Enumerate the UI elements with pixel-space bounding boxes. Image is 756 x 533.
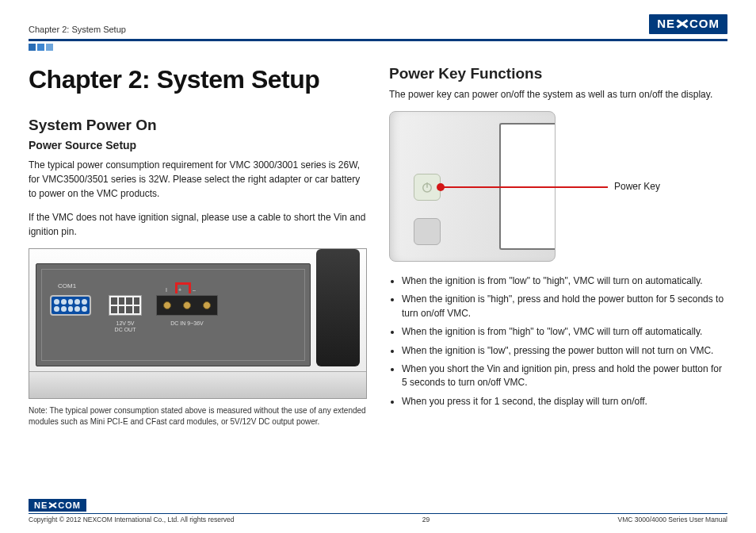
mount-bracket xyxy=(316,249,360,366)
dc-in-pin-labels: I + – xyxy=(166,287,200,293)
header-squares-icon xyxy=(29,44,727,51)
page-header: Chapter 2: System Setup NE COM xyxy=(29,14,727,37)
list-item: When the ignition is from "high" to "low… xyxy=(402,325,727,339)
list-item: When the ignition is "low", pressing the… xyxy=(402,344,727,358)
footer-copyright: Copyright © 2012 NEXCOM International Co… xyxy=(29,516,235,523)
dc-out-label: 12V 5V DC OUT xyxy=(109,320,142,334)
logo-text-post: COM xyxy=(58,500,81,510)
com1-label: COM1 xyxy=(58,282,76,290)
logo-text-pre: NE xyxy=(657,17,675,30)
list-item: When the ignition is "high", press and h… xyxy=(402,293,727,320)
para-ignition-short: If the VMC does not have ignition signal… xyxy=(29,210,367,239)
para-power-consumption: The typical power consumption requiremen… xyxy=(29,158,367,201)
list-item: When you press it for 1 second, the disp… xyxy=(402,395,727,408)
subsection-power-source-setup: Power Source Setup xyxy=(29,139,367,151)
footer-page-number: 29 xyxy=(422,516,430,523)
section-power-key-functions: Power Key Functions xyxy=(389,65,727,82)
secondary-button-icon xyxy=(414,218,441,245)
figure-power-key: Power Key xyxy=(389,111,727,262)
nexcom-logo: NE COM xyxy=(649,14,727,34)
logo-text-pre: NE xyxy=(34,500,48,510)
left-column: Chapter 2: System Setup System Power On … xyxy=(29,65,367,428)
page-footer: NE COM Copyright © 2012 NEXCOM Internati… xyxy=(29,497,727,523)
power-key-bullet-list: When the ignition is from "low" to "high… xyxy=(402,274,727,408)
power-icon xyxy=(420,180,434,194)
footer-nexcom-logo: NE COM xyxy=(29,499,86,512)
section-system-power-on: System Power On xyxy=(29,117,367,134)
footer-rule xyxy=(29,513,727,514)
note-power-consumption: Note: The typical power consumption stat… xyxy=(29,405,367,428)
footer-manual-title: VMC 3000/4000 Series User Manual xyxy=(618,516,727,523)
right-column: Power Key Functions The power key can po… xyxy=(389,65,727,428)
logo-x-icon xyxy=(676,17,689,30)
dc-out-connector-icon xyxy=(109,295,142,316)
figure-rear-connectors: COM1 12V 5V DC OUT I + – DC IN 9~36V xyxy=(29,248,367,399)
callout-power-key: Power Key xyxy=(614,181,660,192)
list-item: When the ignition is from "low" to "high… xyxy=(402,274,727,288)
callout-line-icon xyxy=(440,186,608,188)
base-plate xyxy=(29,371,366,398)
dc-in-terminal-icon xyxy=(156,295,218,316)
dc-in-label: DC IN 9~36V xyxy=(156,320,218,327)
chapter-title: Chapter 2: System Setup xyxy=(29,65,367,94)
logo-text-post: COM xyxy=(689,17,720,30)
para-power-key-intro: The power key can power on/off the syste… xyxy=(389,87,727,102)
list-item: When you short the Vin and ignition pin,… xyxy=(402,362,727,390)
com1-port-icon xyxy=(50,295,91,316)
header-chapter-label: Chapter 2: System Setup xyxy=(29,25,126,34)
header-rule xyxy=(29,39,727,41)
logo-x-icon xyxy=(48,501,57,510)
